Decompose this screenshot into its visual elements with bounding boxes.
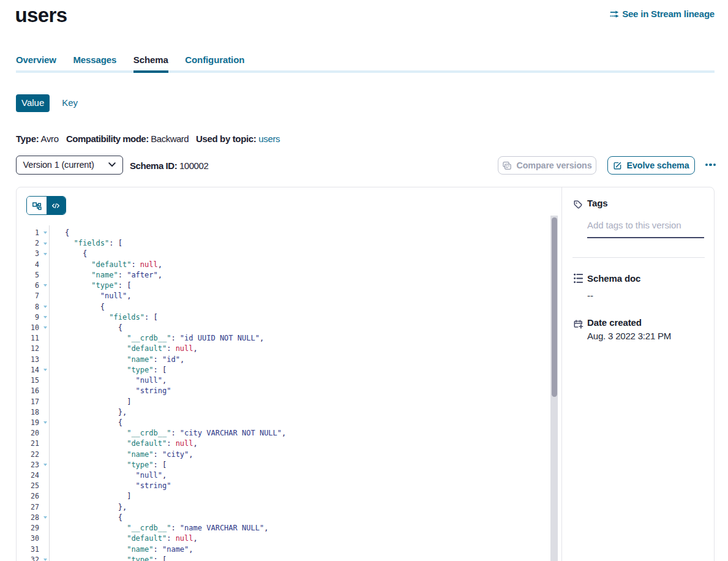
tab-schema[interactable]: Schema xyxy=(133,55,168,65)
tab-configuration[interactable]: Configuration xyxy=(185,55,244,65)
fold-marker[interactable] xyxy=(39,280,49,291)
code-token-s: "name" xyxy=(162,545,189,554)
value-tab-button[interactable]: Value xyxy=(16,94,50,112)
code-token-k: "type" xyxy=(127,555,153,561)
compare-versions-button[interactable]: Compare versions xyxy=(498,156,596,175)
code-text: { xyxy=(49,513,122,523)
fold-gutter xyxy=(39,291,49,301)
code-token-p: : [ xyxy=(118,281,132,290)
code-token-p: : [ xyxy=(144,313,158,322)
code-token-p: : xyxy=(154,355,162,364)
fold-marker[interactable] xyxy=(39,460,49,470)
code-text: "name": "after", xyxy=(49,270,162,280)
stream-lineage-label: See in Stream lineage xyxy=(622,9,715,19)
code-text: "fields": [ xyxy=(49,238,122,249)
code-text: { xyxy=(49,249,88,259)
fold-marker[interactable] xyxy=(39,249,49,259)
fold-gutter xyxy=(39,470,49,481)
code-token-p xyxy=(65,481,136,490)
code-text: "type": [ xyxy=(49,555,167,561)
fold-gutter xyxy=(39,397,49,407)
line-number: 10 xyxy=(17,323,39,333)
tab-messages[interactable]: Messages xyxy=(73,55,116,65)
code-token-p: , xyxy=(260,334,264,342)
fold-gutter xyxy=(39,270,49,280)
fold-marker[interactable] xyxy=(39,555,49,561)
tag-icon xyxy=(573,200,582,209)
code-line: 31 "name": "name", xyxy=(17,544,549,555)
code-text: "default": null, xyxy=(49,533,198,544)
line-number: 18 xyxy=(17,407,39,418)
line-number: 30 xyxy=(17,533,39,544)
fold-marker[interactable] xyxy=(39,418,49,428)
fold-gutter xyxy=(39,386,49,396)
stream-lineage-link[interactable]: See in Stream lineage xyxy=(610,9,715,19)
code-token-k: "default" xyxy=(127,439,167,448)
fold-gutter xyxy=(39,407,49,418)
fold-gutter xyxy=(39,533,49,544)
fold-marker[interactable] xyxy=(39,238,49,249)
code-token-k: "__crdb__" xyxy=(127,524,171,532)
line-number: 8 xyxy=(17,302,39,312)
code-token-k: "fields" xyxy=(109,313,144,322)
tags-section-title: Tags xyxy=(587,198,608,208)
editor-scrollbar-thumb[interactable] xyxy=(552,217,557,397)
line-number: 23 xyxy=(17,460,39,470)
code-text: ] xyxy=(49,397,132,407)
page-title: users xyxy=(15,4,67,27)
code-line: 7 "null", xyxy=(17,291,549,301)
fold-marker[interactable] xyxy=(39,312,49,323)
code-text: "default": null, xyxy=(49,260,162,270)
evolve-schema-button[interactable]: Evolve schema xyxy=(607,156,695,175)
line-number: 22 xyxy=(17,450,39,460)
fold-marker[interactable] xyxy=(39,302,49,312)
code-token-s: "name VARCHAR NULL" xyxy=(180,524,264,532)
key-tab-button[interactable]: Key xyxy=(54,94,86,112)
code-line: 23 "type": [ xyxy=(17,460,549,470)
fold-gutter xyxy=(39,344,49,354)
code-token-p xyxy=(65,386,136,395)
line-number: 32 xyxy=(17,555,39,561)
line-number: 26 xyxy=(17,491,39,502)
code-token-p: , xyxy=(180,355,184,364)
code-token-p: : [ xyxy=(154,366,167,374)
meta-compatibility: Compatibility mode: Backward xyxy=(66,134,189,144)
code-line: 6 "type": [ xyxy=(17,280,549,291)
compare-versions-icon xyxy=(502,161,512,170)
line-number: 29 xyxy=(17,523,39,533)
line-number: 21 xyxy=(17,439,39,449)
code-line: 22 "name": "city", xyxy=(17,450,549,460)
code-token-p: : xyxy=(171,524,179,532)
code-text: { xyxy=(49,323,122,333)
code-token-p xyxy=(65,524,127,532)
code-token-p: : xyxy=(154,450,162,459)
fold-gutter xyxy=(39,481,49,491)
code-token-k: "name" xyxy=(127,355,153,364)
version-select-value: Version 1 (current) xyxy=(23,160,94,170)
code-view-button[interactable] xyxy=(47,197,66,214)
code-line: 19 { xyxy=(17,418,549,428)
fold-marker[interactable] xyxy=(39,228,49,238)
tags-input[interactable] xyxy=(587,220,704,230)
fold-marker[interactable] xyxy=(39,513,49,523)
code-text: "string" xyxy=(49,481,171,491)
topic-link[interactable]: users xyxy=(258,134,280,144)
line-number: 25 xyxy=(17,481,39,491)
code-token-p: }, xyxy=(65,503,127,511)
sidebar-divider xyxy=(572,257,705,258)
code-line: 4 "default": null, xyxy=(17,260,549,270)
more-actions-button[interactable] xyxy=(705,160,720,169)
tree-view-button[interactable] xyxy=(27,197,47,214)
fold-gutter xyxy=(39,523,49,533)
code-editor[interactable]: 1{2 "fields": [3 {4 "default": null,5 "n… xyxy=(17,228,549,561)
code-token-s: "null" xyxy=(136,376,162,385)
code-token-p xyxy=(65,239,73,247)
code-token-s: "id UUID NOT NULL" xyxy=(180,334,260,342)
code-text: "string" xyxy=(49,386,171,396)
fold-marker[interactable] xyxy=(39,365,49,375)
version-select[interactable]: Version 1 (current) xyxy=(16,156,123,175)
tab-overview[interactable]: Overview xyxy=(16,55,56,65)
schema-id: Schema ID: 100002 xyxy=(130,160,208,171)
line-number: 3 xyxy=(17,249,39,259)
fold-marker[interactable] xyxy=(39,323,49,333)
